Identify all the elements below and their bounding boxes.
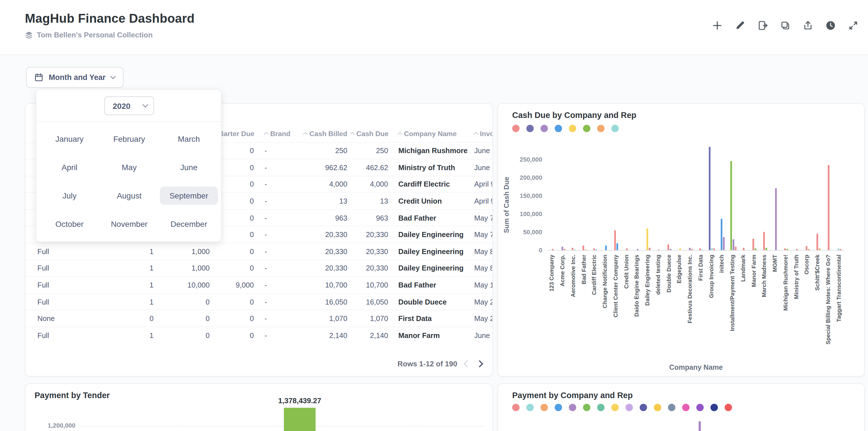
pagination-prev-icon[interactable] xyxy=(463,360,470,367)
month-option-february[interactable]: February xyxy=(99,125,159,153)
bar-change-notification[interactable] xyxy=(605,246,607,250)
bar-group-invoicing[interactable] xyxy=(711,248,713,250)
column-header[interactable]: Brand Name xyxy=(257,125,292,142)
legend-dot[interactable] xyxy=(682,404,689,411)
bar-dailey-engineering[interactable] xyxy=(646,228,648,250)
bar-bad-father[interactable] xyxy=(583,245,584,250)
legend-dot[interactable] xyxy=(540,404,548,411)
breadcrumb-collection[interactable]: Tom Bellen's Personal Collection xyxy=(25,31,153,39)
legend-dot[interactable] xyxy=(711,404,718,411)
column-header[interactable]: Company Name xyxy=(392,125,467,142)
year-select[interactable]: 2020 xyxy=(104,96,154,115)
month-option-august[interactable]: August xyxy=(99,181,159,210)
bar-march-madness[interactable] xyxy=(763,232,765,250)
month-option-may[interactable]: May xyxy=(99,153,159,181)
bar-installment-payment-testing[interactable] xyxy=(735,247,736,250)
month-option-july[interactable]: July xyxy=(40,181,99,210)
column-header[interactable]: Cash Billed xyxy=(292,125,351,142)
column-header[interactable]: Invoice Date xyxy=(467,125,493,142)
month-option-march[interactable]: March xyxy=(159,125,219,153)
bar-bad-father[interactable] xyxy=(585,249,586,250)
bar-taggart-transcontinental[interactable] xyxy=(840,249,841,250)
pagination-next-icon[interactable] xyxy=(476,360,483,367)
legend-dot[interactable] xyxy=(725,404,732,411)
bar-first-data[interactable] xyxy=(702,249,704,250)
legend-dot[interactable] xyxy=(583,404,590,411)
bar-client-center-company[interactable] xyxy=(617,243,618,250)
bar-client-center-company[interactable] xyxy=(615,230,616,250)
month-option-june[interactable]: June xyxy=(159,153,219,181)
legend-dot[interactable] xyxy=(512,125,520,132)
month-option-september[interactable]: September xyxy=(159,181,219,210)
legend-dot[interactable] xyxy=(526,404,534,411)
bar-initech[interactable] xyxy=(721,219,722,250)
bar-credit-union[interactable] xyxy=(626,249,628,250)
legend-dot[interactable] xyxy=(555,125,562,132)
bar-special-billing-notes-where-go-[interactable] xyxy=(828,165,830,250)
legend-dot[interactable] xyxy=(597,125,604,132)
month-option-january[interactable]: January xyxy=(40,125,99,153)
bar-acme-corp-[interactable] xyxy=(563,249,565,250)
legend-dot[interactable] xyxy=(512,404,520,411)
bar-daido-engine-bearings[interactable] xyxy=(637,249,639,250)
month-option-november[interactable]: November xyxy=(99,210,159,238)
legend-dot[interactable] xyxy=(540,125,548,132)
month-year-filter-button[interactable]: Month and Year xyxy=(26,67,124,88)
bar-aeromotive-inc-[interactable] xyxy=(572,248,574,250)
bar-initech[interactable] xyxy=(723,237,725,250)
bar-landmark[interactable] xyxy=(743,248,745,250)
bar-michigan-rushmore-[interactable] xyxy=(787,249,788,250)
bar-mgmt[interactable] xyxy=(775,188,776,250)
legend-dot[interactable] xyxy=(625,404,633,411)
bar-double-duece[interactable] xyxy=(670,249,672,250)
bar-deleted-testing[interactable] xyxy=(658,249,660,250)
paycomp-bar[interactable] xyxy=(699,421,701,431)
bar-group-invoicing[interactable] xyxy=(709,147,711,250)
bar-oscorp[interactable] xyxy=(806,246,807,250)
legend-dot[interactable] xyxy=(569,125,576,132)
bar-installment-payment-testing[interactable] xyxy=(732,239,734,250)
legend-dot[interactable] xyxy=(640,404,647,411)
bar-installment-payment-testing[interactable] xyxy=(730,161,732,250)
clock-icon[interactable] xyxy=(825,20,836,31)
legend-dot[interactable] xyxy=(526,125,534,132)
bar-double-duece[interactable] xyxy=(668,245,669,250)
share-icon[interactable] xyxy=(802,20,814,31)
month-option-december[interactable]: December xyxy=(159,210,219,238)
bar-edgepulse[interactable] xyxy=(679,249,681,250)
bar-ministry-of-truth[interactable] xyxy=(796,249,798,250)
bar-schitt-creek[interactable] xyxy=(818,249,820,250)
bar-123-company[interactable] xyxy=(552,249,554,250)
bar-oscorp[interactable] xyxy=(808,249,810,250)
legend-dot[interactable] xyxy=(668,404,675,411)
bar-manor-farm[interactable] xyxy=(755,249,756,250)
bar-group-invoicing[interactable] xyxy=(713,249,715,250)
month-option-october[interactable]: October xyxy=(40,210,99,238)
legend-dot[interactable] xyxy=(583,125,590,132)
legend-dot[interactable] xyxy=(696,404,704,411)
column-header[interactable]: Cash Due xyxy=(351,125,392,142)
bar-aeromotive-inc-[interactable] xyxy=(574,249,576,250)
bar-festivus-decorations-inc-[interactable] xyxy=(691,249,693,250)
bar-cardiff-electric[interactable] xyxy=(593,249,595,250)
bar-dailey-engineering[interactable] xyxy=(648,248,650,250)
legend-dot[interactable] xyxy=(569,404,576,411)
bar-first-data[interactable] xyxy=(700,249,701,250)
legend-dot[interactable] xyxy=(611,404,619,411)
add-icon[interactable] xyxy=(712,20,723,31)
tender-bar[interactable] xyxy=(284,408,316,431)
bar-acme-corp-[interactable] xyxy=(561,247,563,250)
bar-cardiff-electric[interactable] xyxy=(595,249,597,250)
legend-dot[interactable] xyxy=(597,404,604,411)
legend-dot[interactable] xyxy=(555,404,562,411)
bar-taggart-transcontinental[interactable] xyxy=(837,249,839,250)
bar-manor-farm[interactable] xyxy=(752,239,754,250)
legend-dot[interactable] xyxy=(611,125,619,132)
fullscreen-icon[interactable] xyxy=(847,20,859,31)
bar-michigan-rushmore-[interactable] xyxy=(784,249,786,250)
pencil-edit-icon[interactable] xyxy=(734,20,746,31)
duplicate-icon[interactable] xyxy=(780,20,791,31)
page-arrow-icon[interactable] xyxy=(757,20,768,31)
bar-march-madness[interactable] xyxy=(766,248,767,250)
bar-festivus-decorations-inc-[interactable] xyxy=(689,248,690,250)
